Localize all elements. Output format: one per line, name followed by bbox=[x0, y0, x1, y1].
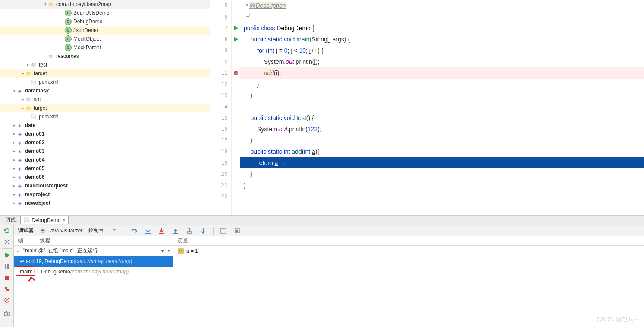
step-into-icon[interactable] bbox=[144, 227, 152, 235]
code-line[interactable]: System.out.println(123); bbox=[240, 124, 644, 135]
expand-icon[interactable]: ▸ bbox=[12, 140, 16, 145]
gutter-blank[interactable] bbox=[232, 168, 240, 180]
line-number[interactable]: 13 bbox=[210, 90, 228, 101]
line-number[interactable]: 17 bbox=[210, 135, 228, 146]
code-line[interactable]: return a++; bbox=[240, 157, 644, 168]
resume-button[interactable] bbox=[0, 250, 13, 261]
gutter-blank[interactable] bbox=[232, 79, 240, 90]
expand-icon[interactable]: ▸ bbox=[12, 192, 16, 197]
code-line[interactable]: } bbox=[240, 180, 644, 191]
run-gutter-icon[interactable] bbox=[232, 34, 240, 45]
gutter-blank[interactable] bbox=[232, 124, 240, 135]
code-line[interactable]: public static void test() { bbox=[240, 112, 644, 124]
stack-frame-0[interactable]: ↩ add:19, DebugDemo (com.zhubayi.bean2ma… bbox=[14, 256, 173, 267]
expand-icon[interactable]: ▸ bbox=[12, 166, 16, 171]
code-line[interactable]: public class DebugDemo { bbox=[240, 22, 644, 34]
tree-item[interactable]: ▸date bbox=[0, 121, 210, 130]
expand-icon[interactable]: ▸ bbox=[12, 201, 16, 205]
line-number[interactable]: 15 bbox=[210, 112, 228, 124]
line-number[interactable]: 16 bbox=[210, 124, 228, 135]
tree-item[interactable]: ▸newobject bbox=[0, 199, 210, 207]
trace-current-icon[interactable] bbox=[233, 227, 241, 235]
expand-icon[interactable]: ▸ bbox=[12, 123, 16, 127]
expand-icon[interactable]: ▾ bbox=[43, 2, 47, 6]
expand-icon[interactable]: ▸ bbox=[12, 158, 16, 162]
gutter-blank[interactable] bbox=[232, 180, 240, 191]
gutter-blank[interactable] bbox=[232, 45, 240, 56]
tree-item[interactable]: ▾datamask bbox=[0, 86, 210, 95]
code-editor[interactable]: 5678910111213141516171819202122 * @Descr… bbox=[210, 0, 644, 215]
line-number[interactable]: 7 bbox=[210, 22, 228, 34]
tree-item[interactable]: ▸target bbox=[0, 104, 210, 112]
debug-tabs[interactable]: 调试: 📄 DebugDemo × bbox=[0, 216, 644, 225]
rerun-button[interactable] bbox=[0, 225, 13, 236]
drop-frame-icon[interactable] bbox=[185, 227, 193, 235]
camera-button[interactable] bbox=[0, 308, 13, 319]
mute-breakpoints-button[interactable] bbox=[0, 295, 13, 306]
line-number[interactable]: 19 bbox=[210, 157, 228, 168]
tree-item[interactable]: ▸target bbox=[0, 69, 210, 78]
tree-item[interactable]: ▸demo06 bbox=[0, 173, 210, 181]
gutter-blank[interactable] bbox=[232, 112, 240, 124]
gutter-blank[interactable] bbox=[232, 191, 240, 202]
project-tree[interactable]: ▾com.zhubayi.bean2mapBeanUtilsDemoDebugD… bbox=[0, 0, 210, 215]
tree-item[interactable]: pom.xml bbox=[0, 112, 210, 121]
gutter-blank[interactable] bbox=[232, 101, 240, 112]
stack-frame-1[interactable]: main:11, DebugDemo (com.zhubayi.bean2map… bbox=[14, 267, 173, 277]
code-line[interactable]: public static int add(int a){ bbox=[240, 146, 644, 157]
tree-item[interactable]: JsonDemo bbox=[0, 26, 210, 35]
tree-item[interactable]: ▸maliciousrequest bbox=[0, 181, 210, 190]
line-number[interactable]: 14 bbox=[210, 101, 228, 112]
tab-console[interactable]: 控制台 bbox=[88, 227, 104, 234]
step-over-icon[interactable] bbox=[130, 227, 138, 235]
gutter-blank[interactable] bbox=[232, 56, 240, 67]
run-to-cursor-icon[interactable] bbox=[199, 227, 207, 235]
tab-debugger[interactable]: 调试器 bbox=[18, 227, 34, 234]
tree-item[interactable]: ▸demo05 bbox=[0, 164, 210, 173]
expand-icon[interactable]: ▸ bbox=[26, 63, 30, 67]
debug-toolbar[interactable]: 调试器 ☕Java Visualizer 控制台 ≡ ⋯ bbox=[14, 225, 644, 236]
gutter-blank[interactable] bbox=[232, 135, 240, 146]
breakpoint-icon[interactable] bbox=[232, 67, 240, 79]
tree-item[interactable]: BeanUtilsDemo bbox=[0, 9, 210, 17]
tree-item[interactable]: ▸demo02 bbox=[0, 138, 210, 147]
code-line[interactable]: public static void main(String[] args) { bbox=[240, 34, 644, 45]
expand-icon[interactable]: ▸ bbox=[21, 97, 25, 102]
tree-item[interactable]: DebugDemo bbox=[0, 17, 210, 26]
gutter-blank[interactable] bbox=[232, 0, 240, 11]
editor-code[interactable]: * @Description */public class DebugDemo … bbox=[240, 0, 644, 215]
tab-visualizer[interactable]: ☕Java Visualizer bbox=[40, 228, 82, 234]
dropdown-icon[interactable]: ▼ bbox=[167, 249, 170, 253]
code-line[interactable]: for (int i = 0; i < 10; i++) { bbox=[240, 45, 644, 56]
line-number[interactable]: 11 bbox=[210, 67, 228, 79]
code-line[interactable] bbox=[240, 101, 644, 112]
expand-icon[interactable]: ▸ bbox=[12, 184, 16, 188]
expand-icon[interactable]: ▸ bbox=[12, 175, 16, 179]
code-line[interactable]: System.out.println(i); bbox=[240, 56, 644, 67]
stop-button[interactable] bbox=[0, 272, 13, 283]
code-line[interactable]: } bbox=[240, 90, 644, 101]
line-number[interactable]: 6 bbox=[210, 11, 228, 22]
gutter-blank[interactable] bbox=[232, 157, 240, 168]
run-gutter-icon[interactable] bbox=[232, 22, 240, 34]
tree-item[interactable]: resources bbox=[0, 52, 210, 60]
tree-item[interactable]: ▸test bbox=[0, 60, 210, 69]
tree-item[interactable]: ▸demo01 bbox=[0, 130, 210, 138]
tree-item[interactable]: ▾com.zhubayi.bean2map bbox=[0, 0, 210, 9]
expand-icon[interactable]: ▸ bbox=[12, 132, 16, 136]
debug-side-toolbar[interactable] bbox=[0, 225, 14, 327]
tree-item[interactable]: MockParent bbox=[0, 43, 210, 52]
view-breakpoints-button[interactable] bbox=[0, 283, 13, 295]
frames-panel[interactable]: 帧 线程 ✓ "main"@1 在组 "main": 正在运行 ▼ ▼ ↩ ad… bbox=[14, 236, 173, 327]
step-out-icon[interactable] bbox=[172, 227, 179, 235]
settings-button[interactable] bbox=[0, 236, 13, 248]
tree-item[interactable]: ▸demo03 bbox=[0, 147, 210, 156]
line-number[interactable]: 9 bbox=[210, 45, 228, 56]
code-line[interactable]: } bbox=[240, 79, 644, 90]
evaluate-expr-icon[interactable]: ⋯ bbox=[220, 227, 227, 235]
expand-icon[interactable]: ▸ bbox=[12, 149, 16, 153]
variable-row[interactable]: P a = 1 bbox=[173, 246, 644, 256]
code-line[interactable]: add(i); bbox=[240, 67, 644, 79]
close-icon[interactable]: × bbox=[63, 217, 66, 223]
pause-button[interactable] bbox=[0, 261, 13, 272]
